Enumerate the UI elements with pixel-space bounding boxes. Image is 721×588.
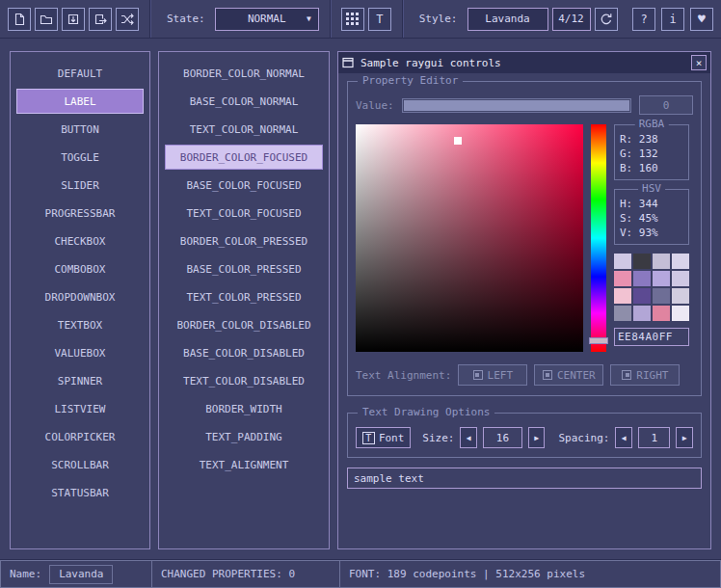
control-item[interactable]: SCROLLBAR xyxy=(16,452,144,477)
rgba-g: G: 132 xyxy=(620,147,683,161)
hue-handle[interactable] xyxy=(589,337,608,344)
align-right-icon xyxy=(622,370,631,380)
font-button[interactable]: T Font xyxy=(356,427,411,448)
style-table-button[interactable] xyxy=(341,8,364,31)
font-viewer-button[interactable]: T xyxy=(368,8,391,31)
align-left-button[interactable]: LEFT xyxy=(458,364,527,386)
sample-text-input[interactable]: sample text xyxy=(347,468,702,489)
spacing-value-box[interactable]: 1 xyxy=(638,427,670,448)
property-item[interactable]: TEXT_COLOR_NORMAL xyxy=(165,117,323,142)
info-icon: i xyxy=(669,13,676,26)
control-item[interactable]: DEFAULT xyxy=(16,61,144,86)
palette-swatch[interactable] xyxy=(653,306,670,321)
control-item[interactable]: COLORPICKER xyxy=(16,424,144,449)
property-item[interactable]: BORDER_COLOR_NORMAL xyxy=(165,61,323,86)
question-icon: ? xyxy=(640,13,647,26)
align-right-label: RIGHT xyxy=(636,369,668,382)
help-button[interactable]: ? xyxy=(632,8,655,31)
arrow-right-icon: ▶ xyxy=(682,434,687,442)
control-item[interactable]: SLIDER xyxy=(16,173,144,198)
style-name-input[interactable]: Lavanda xyxy=(49,565,113,584)
control-item[interactable]: PROGRESSBAR xyxy=(16,200,144,226)
palette-swatch[interactable] xyxy=(653,288,670,304)
control-item[interactable]: LISTVIEW xyxy=(16,396,144,421)
new-style-button[interactable] xyxy=(8,8,31,31)
hsv-group: HSV H: 344 S: 45% V: 93% xyxy=(614,189,689,245)
hue-bar[interactable] xyxy=(591,124,606,352)
property-item[interactable]: TEXT_COLOR_DISABLED xyxy=(165,368,323,393)
control-item[interactable]: COMBOBOX xyxy=(16,256,144,281)
color-picker: RGBA R: 238 G: 132 B: 160 HSV H: 344 S: … xyxy=(356,124,693,352)
align-center-button[interactable]: CENTER xyxy=(534,364,603,386)
control-item[interactable]: SPINNER xyxy=(16,368,144,393)
close-button[interactable]: × xyxy=(691,55,707,70)
property-item[interactable]: BASE_COLOR_PRESSED xyxy=(165,256,323,281)
palette-swatch[interactable] xyxy=(633,306,651,321)
hex-color-input[interactable]: EE84A0FF xyxy=(614,328,689,346)
load-style-button[interactable] xyxy=(35,8,58,31)
size-increment-button[interactable]: ▶ xyxy=(528,427,546,448)
size-decrement-button[interactable]: ◀ xyxy=(460,427,477,448)
control-item[interactable]: DROPDOWNBOX xyxy=(16,284,144,309)
palette-swatch[interactable] xyxy=(672,306,689,321)
rgba-b: B: 160 xyxy=(620,161,683,175)
color-gradient-panel[interactable] xyxy=(356,124,583,352)
status-font-cell: FONT: 189 codepoints | 512x256 pixels xyxy=(339,560,721,588)
control-item[interactable]: VALUEBOX xyxy=(16,340,144,365)
sponsor-button[interactable]: ♥ xyxy=(690,8,713,31)
palette-swatch[interactable] xyxy=(672,288,689,304)
align-center-icon xyxy=(543,370,552,380)
color-cursor[interactable] xyxy=(454,137,462,145)
state-dropdown[interactable]: NORMAL ▼ xyxy=(215,8,319,31)
file-new-icon xyxy=(13,13,26,26)
file-export-icon xyxy=(93,13,107,26)
property-item-selected[interactable]: BORDER_COLOR_FOCUSED xyxy=(165,145,323,170)
size-value-box[interactable]: 16 xyxy=(483,427,522,448)
property-item[interactable]: TEXT_ALIGNMENT xyxy=(165,452,323,477)
palette-swatch[interactable] xyxy=(653,271,670,286)
property-item[interactable]: TEXT_COLOR_PRESSED xyxy=(165,284,323,309)
value-slider-fill xyxy=(404,100,629,111)
palette-swatch[interactable] xyxy=(672,254,689,269)
value-button[interactable]: 0 xyxy=(639,95,693,115)
palette-swatch[interactable] xyxy=(633,288,651,304)
arrow-left-icon: ◀ xyxy=(467,434,471,442)
palette-swatch[interactable] xyxy=(614,254,631,269)
color-palette xyxy=(614,254,689,321)
property-item[interactable]: BORDER_COLOR_PRESSED xyxy=(165,228,323,254)
spacing-increment-button[interactable]: ▶ xyxy=(676,427,693,448)
control-item[interactable]: TOGGLE xyxy=(16,145,144,170)
palette-swatch[interactable] xyxy=(614,288,631,304)
property-item[interactable]: BORDER_WIDTH xyxy=(165,396,323,421)
font-row: T Font Size: ◀ 16 ▶ Spacing: ◀ xyxy=(356,427,693,448)
control-item[interactable]: STATUSBAR xyxy=(16,480,144,505)
palette-swatch[interactable] xyxy=(633,271,651,286)
property-item[interactable]: TEXT_COLOR_FOCUSED xyxy=(165,200,323,226)
spacing-decrement-button[interactable]: ◀ xyxy=(615,427,632,448)
palette-swatch[interactable] xyxy=(614,271,631,286)
palette-swatch[interactable] xyxy=(614,306,631,321)
value-slider[interactable] xyxy=(402,98,631,113)
font-button-label: Font xyxy=(379,432,405,444)
control-item[interactable]: BUTTON xyxy=(16,117,144,142)
palette-swatch[interactable] xyxy=(633,254,651,269)
changed-properties-text: CHANGED PROPERTIES: 0 xyxy=(161,568,295,580)
property-item[interactable]: TEXT_PADDING xyxy=(165,424,323,449)
align-right-button[interactable]: RIGHT xyxy=(610,364,680,386)
control-item[interactable]: CHECKBOX xyxy=(16,228,144,254)
control-item-selected[interactable]: LABEL xyxy=(16,89,144,114)
property-item[interactable]: BASE_COLOR_DISABLED xyxy=(165,340,323,365)
property-item[interactable]: BASE_COLOR_NORMAL xyxy=(165,89,323,114)
palette-swatch[interactable] xyxy=(653,254,670,269)
property-item[interactable]: BASE_COLOR_FOCUSED xyxy=(165,173,323,198)
reload-style-button[interactable] xyxy=(595,8,618,31)
control-item[interactable]: TEXTBOX xyxy=(16,312,144,337)
property-item[interactable]: BORDER_COLOR_DISABLED xyxy=(165,312,323,337)
about-button[interactable]: i xyxy=(661,8,684,31)
export-style-button[interactable] xyxy=(89,8,112,31)
save-style-button[interactable] xyxy=(62,8,85,31)
style-name-box[interactable]: Lavanda xyxy=(467,8,548,31)
random-style-button[interactable] xyxy=(116,8,139,31)
palette-swatch[interactable] xyxy=(672,271,689,286)
window-titlebar[interactable]: Sample raygui controls × xyxy=(338,52,710,73)
